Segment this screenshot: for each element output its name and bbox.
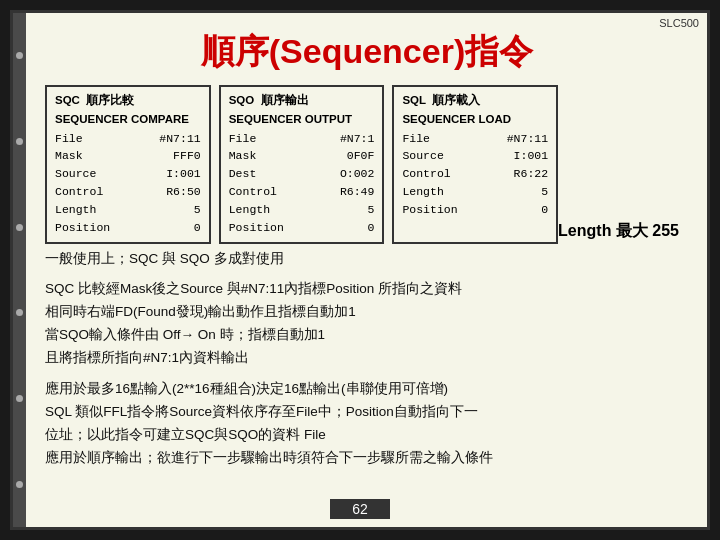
paragraph-2: SQC 比較經Mask後之Source 與#N7:11內指標Position 所… <box>45 278 689 370</box>
value: 5 <box>294 201 375 219</box>
left-bar-dot <box>16 395 23 402</box>
value: 0 <box>120 219 201 237</box>
table-row: ControlR6:49 <box>229 183 375 201</box>
label: Control <box>402 165 467 183</box>
table-row: File#N7:11 <box>55 130 201 148</box>
sqo-title-line1: SQO 順序輸出 <box>229 92 375 110</box>
sqo-title-line2: SEQUENCER OUTPUT <box>229 111 375 129</box>
table-row: ControlR6:50 <box>55 183 201 201</box>
label: Control <box>55 183 120 201</box>
table-row: File#N7:1 <box>229 130 375 148</box>
value: I:001 <box>467 147 548 165</box>
sqc-title-line1: SQC 順序比較 <box>55 92 201 110</box>
label: Length <box>229 201 294 219</box>
main-title: 順序(Sequencer)指令 <box>45 29 689 75</box>
table-row: Position0 <box>229 219 375 237</box>
sql-title-line1: SQL 順序載入 <box>402 92 548 110</box>
label: File <box>55 130 120 148</box>
table-row: Length5 <box>229 201 375 219</box>
left-bar-dot <box>16 138 23 145</box>
sqc-box: SQC 順序比較 SEQUENCER COMPARE File#N7:11 Ma… <box>45 85 211 244</box>
table-row: SourceI:001 <box>55 165 201 183</box>
value: #N7:1 <box>294 130 375 148</box>
value: #N7:11 <box>120 130 201 148</box>
label: Dest <box>229 165 294 183</box>
value: 0 <box>294 219 375 237</box>
content-area: 一般使用上；SQC 與 SQO 多成對使用 SQC 比較經Mask後之Sourc… <box>45 248 689 470</box>
value: 0F0F <box>294 147 375 165</box>
sqc-title-line2: SEQUENCER COMPARE <box>55 111 201 129</box>
label: Position <box>402 201 467 219</box>
page-footer: 62 <box>13 499 707 519</box>
value: #N7:11 <box>467 130 548 148</box>
table-row: Position0 <box>402 201 548 219</box>
label: File <box>402 130 467 148</box>
value: I:001 <box>120 165 201 183</box>
label: File <box>229 130 294 148</box>
length-note: Length 最大 255 <box>558 221 689 244</box>
sql-title-line2: SEQUENCER LOAD <box>402 111 548 129</box>
sql-box: SQL 順序載入 SEQUENCER LOAD File#N7:11 Sourc… <box>392 85 558 244</box>
value: O:002 <box>294 165 375 183</box>
table-row: ControlR6:22 <box>402 165 548 183</box>
label: Control <box>229 183 294 201</box>
table-row: SourceI:001 <box>402 147 548 165</box>
label: Source <box>55 165 120 183</box>
label: Mask <box>229 147 294 165</box>
boxes-and-note: SQC 順序比較 SEQUENCER COMPARE File#N7:11 Ma… <box>45 85 689 244</box>
table-row: MaskFFF0 <box>55 147 201 165</box>
table-row: Length5 <box>402 183 548 201</box>
table-row: DestO:002 <box>229 165 375 183</box>
label: Length <box>402 183 467 201</box>
value: 0 <box>467 201 548 219</box>
sqo-box: SQO 順序輸出 SEQUENCER OUTPUT File#N7:1 Mask… <box>219 85 385 244</box>
label: Mask <box>55 147 120 165</box>
label: Position <box>229 219 294 237</box>
value: 5 <box>467 183 548 201</box>
left-bar-dot <box>16 224 23 231</box>
table-row: Position0 <box>55 219 201 237</box>
value: 5 <box>120 201 201 219</box>
left-bar-dot <box>16 309 23 316</box>
left-bar-dot <box>16 481 23 488</box>
page-number: 62 <box>330 499 390 519</box>
table-row: Mask0F0F <box>229 147 375 165</box>
table-row: Length5 <box>55 201 201 219</box>
left-bar <box>13 13 26 527</box>
label: Source <box>402 147 467 165</box>
value: FFF0 <box>120 147 201 165</box>
info-boxes: SQC 順序比較 SEQUENCER COMPARE File#N7:11 Ma… <box>45 85 558 244</box>
label: Position <box>55 219 120 237</box>
paragraph-3: 應用於最多16點輸入(2**16種組合)決定16點輸出(串聯使用可倍增) SQL… <box>45 378 689 470</box>
left-bar-dot <box>16 52 23 59</box>
label: Length <box>55 201 120 219</box>
paragraph-1: 一般使用上；SQC 與 SQO 多成對使用 <box>45 248 689 271</box>
slide: SLC500 順序(Sequencer)指令 SQC 順序比較 SEQUENCE… <box>10 10 710 530</box>
value: R6:50 <box>120 183 201 201</box>
slide-label: SLC500 <box>659 17 699 29</box>
table-row: File#N7:11 <box>402 130 548 148</box>
value: R6:49 <box>294 183 375 201</box>
value: R6:22 <box>467 165 548 183</box>
